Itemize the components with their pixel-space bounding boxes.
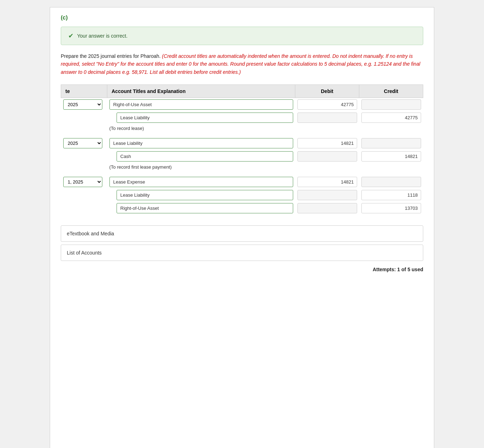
account-input[interactable]	[117, 190, 293, 200]
date-select[interactable]: 1, 2025	[63, 177, 102, 187]
etextbook-link[interactable]: eTextbook and Media	[61, 225, 423, 242]
debit-input[interactable]	[297, 203, 357, 213]
table-row	[61, 189, 423, 202]
credit-input[interactable]	[361, 190, 421, 200]
account-input[interactable]	[117, 203, 293, 213]
credit-input[interactable]	[361, 113, 421, 123]
header-account: Account Titles and Explanation	[107, 85, 295, 98]
account-input[interactable]	[117, 151, 293, 162]
page-container: (c) ✔ Your answer is correct. Prepare th…	[50, 7, 434, 448]
note-text: (To record lease)	[107, 124, 423, 132]
table-row	[61, 150, 423, 163]
account-input[interactable]	[117, 113, 293, 123]
instructions-prefix: Prepare the 2025 journal entries for Pha…	[61, 53, 161, 59]
debit-input[interactable]	[297, 99, 357, 110]
table-row	[61, 111, 423, 124]
note-text: (To record first lease payment)	[107, 163, 423, 171]
debit-input[interactable]	[297, 190, 357, 200]
account-input[interactable]	[109, 138, 293, 148]
section-label: (c)	[61, 15, 423, 21]
debit-input[interactable]	[297, 177, 357, 187]
journal-table: te Account Titles and Explanation Debit …	[61, 84, 423, 215]
instructions: Prepare the 2025 journal entries for Pha…	[61, 52, 423, 76]
account-input[interactable]	[109, 99, 293, 110]
header-date: te	[61, 85, 107, 98]
table-row: 1, 2025	[61, 175, 423, 189]
attempts-text: Attempts: 1 of 5 used	[61, 267, 423, 272]
success-banner: ✔ Your answer is correct.	[61, 27, 423, 45]
credit-input[interactable]	[361, 138, 421, 148]
header-debit: Debit	[295, 85, 359, 98]
account-input[interactable]	[109, 177, 293, 187]
date-select[interactable]: 2025	[63, 138, 102, 148]
checkmark-icon: ✔	[68, 32, 74, 40]
table-row	[61, 202, 423, 215]
header-credit: Credit	[359, 85, 423, 98]
debit-input[interactable]	[297, 138, 357, 148]
success-text: Your answer is correct.	[77, 33, 128, 39]
credit-input[interactable]	[361, 203, 421, 213]
table-row: 2025	[61, 137, 423, 150]
table-row: 2025	[61, 98, 423, 111]
list-of-accounts-link[interactable]: List of Accounts	[61, 245, 423, 261]
credit-input[interactable]	[361, 151, 421, 162]
debit-input[interactable]	[297, 113, 357, 123]
note-row: (To record lease)	[61, 124, 423, 132]
footer-section: eTextbook and Media List of Accounts Att…	[61, 225, 423, 272]
date-select[interactable]: 2025	[63, 99, 102, 110]
note-row: (To record first lease payment)	[61, 163, 423, 171]
credit-input[interactable]	[361, 99, 421, 110]
debit-input[interactable]	[297, 151, 357, 162]
credit-input[interactable]	[361, 177, 421, 187]
